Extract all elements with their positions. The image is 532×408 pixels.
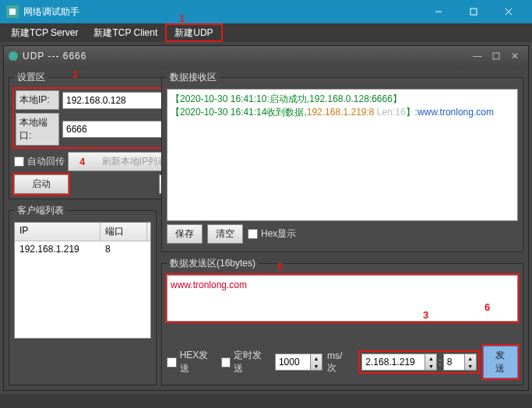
client-col-ip: IP [15, 223, 100, 241]
marker-5: 5 [277, 261, 283, 273]
client-port-cell: 8 [100, 241, 147, 257]
svg-rect-2 [470, 9, 477, 15]
client-table: IP 端口 192.168.1.219 8 [14, 222, 151, 339]
recv-legend: 数据接收区 [167, 71, 220, 84]
hex-send-checkbox[interactable]: HEX发送 [167, 349, 217, 375]
marker-4: 4 [79, 156, 85, 167]
interval-input[interactable] [275, 353, 311, 371]
udp-minimize-button[interactable]: — [469, 49, 486, 63]
timed-send-checkbox[interactable]: 定时发送 [221, 349, 270, 375]
client-col-port: 端口 [100, 223, 147, 241]
marker-6: 6 [484, 301, 490, 313]
close-button[interactable] [491, 0, 526, 23]
target-ip-input[interactable] [361, 353, 425, 371]
menu-new-tcp-server[interactable]: 新建TCP Server [3, 23, 86, 42]
app-title: 网络调试助手 [23, 5, 421, 19]
marker-3: 3 [423, 309, 428, 321]
client-ip-cell: 192.168.1.219 [15, 241, 100, 257]
menu-new-udp[interactable]: 新建UDP [165, 23, 222, 42]
minimize-button[interactable] [421, 0, 456, 23]
marker-1: 1 [179, 12, 185, 24]
target-port-input[interactable] [443, 353, 465, 371]
interval-unit: ms/次 [327, 350, 351, 375]
clients-fieldset: 客户端列表 IP 端口 192.168.1.219 8 [9, 204, 157, 385]
svg-rect-0 [9, 9, 16, 15]
statusbar [0, 394, 532, 408]
send-button[interactable]: 发送 [483, 346, 518, 378]
local-ip-label: 本地IP: [16, 90, 59, 110]
local-port-label: 本地端口: [16, 113, 59, 146]
app-icon [6, 5, 19, 18]
udp-maximize-button[interactable] [488, 49, 505, 63]
target-ip-down[interactable]: ▼ [425, 362, 436, 370]
hex-show-checkbox[interactable]: Hex显示 [248, 227, 296, 241]
udp-window: UDP --- 6666 — ✕ 设置区 本地IP: ▾ [3, 45, 529, 391]
clear-button[interactable]: 清空 [207, 224, 243, 244]
app-titlebar: 网络调试助手 [0, 0, 532, 23]
clients-legend: 客户端列表 [14, 204, 67, 217]
settings-legend: 设置区 [14, 71, 48, 84]
auto-return-checkbox[interactable]: 自动回传 [14, 155, 65, 168]
send-legend: 数据发送区(16bytes) [167, 257, 259, 270]
send-fieldset: 数据发送区(16bytes) www.tronlong.com HEX发送 定时… [161, 257, 523, 385]
send-textarea[interactable]: www.tronlong.com [167, 275, 518, 322]
menubar: 新建TCP Server 新建TCP Client 新建UDP [0, 23, 532, 42]
interval-down[interactable]: ▼ [311, 362, 322, 370]
save-button[interactable]: 保存 [167, 224, 203, 244]
interval-up[interactable]: ▲ [311, 354, 322, 362]
target-sep: : [439, 357, 441, 368]
udp-status-icon [9, 51, 18, 61]
target-port-up[interactable]: ▲ [465, 354, 476, 362]
target-port-down[interactable]: ▼ [465, 362, 476, 370]
workspace: UDP --- 6666 — ✕ 设置区 本地IP: ▾ [0, 42, 532, 394]
svg-rect-5 [493, 53, 499, 59]
recv-textarea[interactable]: 【2020-10-30 16:41:10:启动成功,192.168.0.128:… [167, 89, 518, 221]
marker-2: 2 [72, 69, 78, 80]
target-ip-up[interactable]: ▲ [425, 354, 436, 362]
recv-fieldset: 数据接收区 【2020-10-30 16:41:10:启动成功,192.168.… [161, 71, 523, 252]
udp-title: UDP --- 6666 [23, 51, 467, 62]
maximize-button[interactable] [456, 0, 491, 23]
udp-titlebar: UDP --- 6666 — ✕ [4, 46, 528, 66]
udp-close-button[interactable]: ✕ [506, 49, 523, 63]
start-button[interactable]: 启动 [14, 174, 69, 194]
menu-new-tcp-client[interactable]: 新建TCP Client [86, 23, 165, 42]
table-row[interactable]: 192.168.1.219 8 [15, 241, 150, 257]
